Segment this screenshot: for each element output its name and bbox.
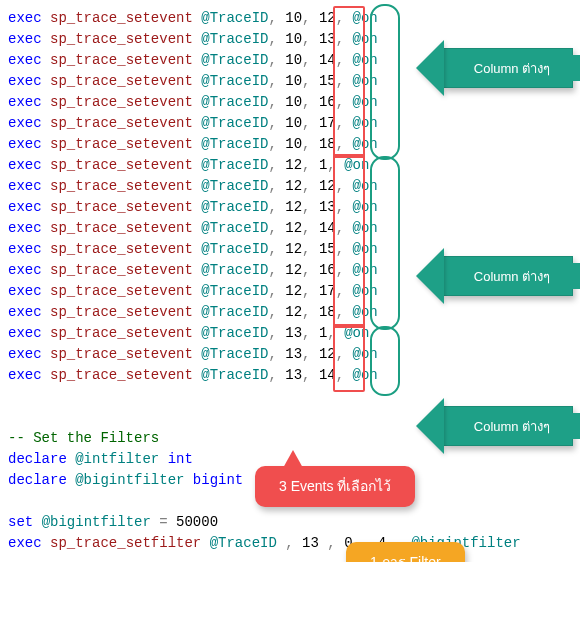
setevent-line: exec sp_trace_setevent @TraceID, 10, 14,… <box>8 50 572 71</box>
column-id: 15 <box>319 73 336 89</box>
event-id: 13 <box>285 325 302 341</box>
column-id: 13 <box>319 199 336 215</box>
column-id: 12 <box>319 346 336 362</box>
column-id: 18 <box>319 304 336 320</box>
sql-comment: -- Set the Filters <box>8 430 159 446</box>
setevent-line: exec sp_trace_setevent @TraceID, 13, 1, … <box>8 323 572 344</box>
setevent-line: exec sp_trace_setevent @TraceID, 12, 16,… <box>8 260 572 281</box>
code-area: exec sp_trace_setevent @TraceID, 10, 12,… <box>8 8 572 554</box>
setevent-line: exec sp_trace_setevent @TraceID, 12, 15,… <box>8 239 572 260</box>
comment-line: -- Set the Filters <box>8 428 572 449</box>
setevent-line: exec sp_trace_setevent @TraceID, 12, 12,… <box>8 176 572 197</box>
setevent-line: exec sp_trace_setevent @TraceID, 12, 17,… <box>8 281 572 302</box>
callout-label: 1 การ Filter <box>370 554 441 562</box>
setevent-line: exec sp_trace_setevent @TraceID, 12, 18,… <box>8 302 572 323</box>
setfilter-line: exec sp_trace_setfilter @TraceID , 13 , … <box>8 533 572 554</box>
annotation-callout-filter: 1 การ Filter <box>346 542 465 562</box>
annotation-callout-events: 3 Events ที่เลือกไว้ <box>255 466 415 507</box>
event-id: 12 <box>285 304 302 320</box>
column-id: 17 <box>319 115 336 131</box>
event-id: 10 <box>285 10 302 26</box>
column-id: 13 <box>319 31 336 47</box>
set-line: set @bigintfilter = 50000 <box>8 512 572 533</box>
event-id: 10 <box>285 31 302 47</box>
event-id: 12 <box>285 199 302 215</box>
event-id: 12 <box>285 241 302 257</box>
event-id: 10 <box>285 94 302 110</box>
callout-label: 3 Events ที่เลือกไว้ <box>279 478 391 494</box>
setevent-line: exec sp_trace_setevent @TraceID, 13, 14,… <box>8 365 572 386</box>
setevent-line: exec sp_trace_setevent @TraceID, 10, 17,… <box>8 113 572 134</box>
event-id: 12 <box>285 178 302 194</box>
column-id: 16 <box>319 262 336 278</box>
setevent-line: exec sp_trace_setevent @TraceID, 12, 13,… <box>8 197 572 218</box>
setevent-line: exec sp_trace_setevent @TraceID, 10, 16,… <box>8 92 572 113</box>
column-id: 17 <box>319 283 336 299</box>
setevent-line: exec sp_trace_setevent @TraceID, 13, 12,… <box>8 344 572 365</box>
setevent-line: exec sp_trace_setevent @TraceID, 12, 14,… <box>8 218 572 239</box>
column-id: 14 <box>319 367 336 383</box>
column-id: 15 <box>319 241 336 257</box>
event-id: 10 <box>285 115 302 131</box>
column-id: 12 <box>319 10 336 26</box>
column-id: 14 <box>319 220 336 236</box>
event-id: 13 <box>285 367 302 383</box>
setevent-line: exec sp_trace_setevent @TraceID, 10, 18,… <box>8 134 572 155</box>
setevent-line: exec sp_trace_setevent @TraceID, 10, 15,… <box>8 71 572 92</box>
event-id: 10 <box>285 52 302 68</box>
event-id: 12 <box>285 157 302 173</box>
blank-line <box>8 386 572 407</box>
event-id: 10 <box>285 73 302 89</box>
event-id: 13 <box>285 346 302 362</box>
event-id: 12 <box>285 262 302 278</box>
setevent-line: exec sp_trace_setevent @TraceID, 10, 12,… <box>8 8 572 29</box>
column-id: 18 <box>319 136 336 152</box>
column-id: 12 <box>319 178 336 194</box>
setevent-line: exec sp_trace_setevent @TraceID, 10, 13,… <box>8 29 572 50</box>
column-id: 16 <box>319 94 336 110</box>
event-id: 10 <box>285 136 302 152</box>
column-id: 14 <box>319 52 336 68</box>
blank-line <box>8 407 572 428</box>
setevent-line: exec sp_trace_setevent @TraceID, 12, 1, … <box>8 155 572 176</box>
event-id: 12 <box>285 283 302 299</box>
event-id: 12 <box>285 220 302 236</box>
